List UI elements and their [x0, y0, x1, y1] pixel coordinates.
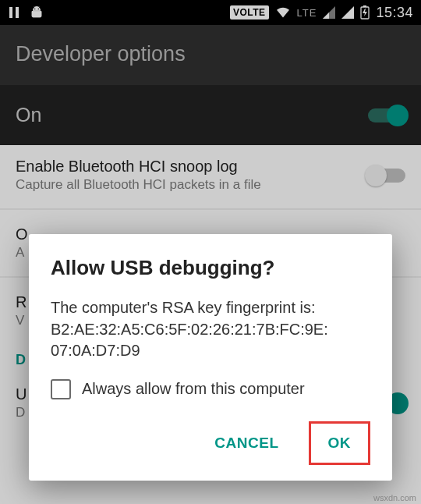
ok-button[interactable]: OK	[311, 424, 369, 463]
usb-debugging-dialog: Allow USB debugging? The computer's RSA …	[29, 234, 392, 481]
dialog-actions: CANCEL OK	[51, 418, 370, 470]
cancel-button[interactable]: CANCEL	[199, 424, 294, 463]
dialog-message: The computer's RSA key fingerprint is:B2…	[51, 297, 370, 362]
watermark: wsxdn.com	[373, 493, 416, 502]
screen: VOLTE LTE 15:34 Developer options On	[0, 0, 421, 504]
always-allow-row[interactable]: Always allow from this computer	[51, 379, 370, 399]
always-allow-checkbox[interactable]	[51, 379, 71, 399]
dialog-title: Allow USB debugging?	[51, 256, 370, 280]
ok-highlight: OK	[309, 421, 371, 465]
dialog-scrim[interactable]: Allow USB debugging? The computer's RSA …	[0, 0, 421, 504]
always-allow-label: Always allow from this computer	[82, 380, 305, 398]
